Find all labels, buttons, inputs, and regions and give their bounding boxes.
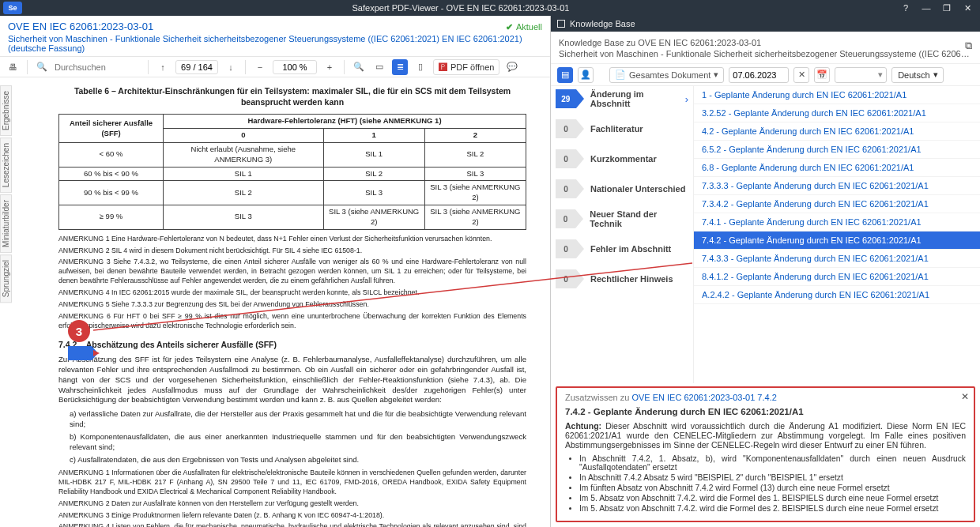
kb-list-item[interactable]: A.2.4.2 - Geplante Änderung durch EN IEC… — [694, 286, 980, 304]
kb-category[interactable]: 0Rechtlicher Hinweis — [556, 269, 688, 288]
kb-category-count: 29 — [556, 89, 576, 108]
kb-category-count: 0 — [556, 179, 576, 198]
li-a: a) verlässliche Daten zur Ausfallrate, d… — [70, 409, 526, 430]
zoom-in-icon[interactable]: + — [322, 59, 337, 75]
kb-detail-header: Zusatzwissen zu OVE EN IEC 62061:2023-03… — [565, 393, 966, 402]
kb-list-item[interactable]: 7.4.1 - Geplante Änderung durch EN IEC 6… — [694, 213, 980, 232]
open-pdf-button[interactable]: 🅿 PDF öffnen — [433, 59, 499, 75]
pdf-content: Tabelle 6 – Architektur-Einschränkungen … — [0, 77, 550, 527]
kb-result-list: 1 - Geplante Änderung durch EN IEC 62061… — [693, 86, 980, 383]
chevron-down-icon: ▾ — [714, 70, 718, 80]
kb-filter-dropdown[interactable]: ▾ — [835, 67, 887, 83]
kb-detail-achtung: Achtung: Dieser Abschnitt wird voraussic… — [565, 421, 966, 450]
continuous-icon[interactable]: ≣ — [392, 59, 408, 75]
zoom-field[interactable] — [273, 60, 317, 74]
kb-list-item[interactable]: 4.2 - Geplante Änderung durch EN IEC 620… — [694, 122, 980, 141]
external-link-icon[interactable]: ⧉ — [965, 40, 972, 52]
pdf-pane: OVE EN IEC 62061:2023-03-01 Sicherheit v… — [0, 16, 551, 527]
kb-line2: Sicherheit von Maschinen - Funktionale S… — [559, 49, 972, 58]
kb-list-item[interactable]: 7.4.2 - Geplante Änderung durch EN IEC 6… — [694, 232, 980, 250]
kb-scope-dropdown[interactable]: 📄 Gesamtes Dokument ▾ — [609, 67, 724, 83]
table-cell: SIL 3 — [424, 167, 526, 181]
kb-list-item[interactable]: 3.2.52 - Geplante Änderung durch EN IEC … — [694, 104, 980, 122]
pdf-toolbar: 🖶 🔍 ↑ ↓ − + 🔍 ▭ ≣ ▯ 🅿 PDF öffnen 💬 — [0, 57, 550, 77]
kb-category[interactable]: 0Nationaler Unterschied — [556, 179, 688, 198]
app-logo: Se — [3, 2, 22, 14]
restore-button[interactable]: ❐ — [940, 3, 953, 13]
kb-list-item[interactable]: 6.5.2 - Geplante Änderung durch EN IEC 6… — [694, 141, 980, 159]
kb-lang-label: Deutsch — [898, 70, 929, 80]
table-cell: SIL 3 — [323, 181, 424, 205]
table-cell: SIL 2 — [424, 142, 526, 167]
kb-list-item[interactable]: 7.4.3.3 - Geplante Änderung durch EN IEC… — [694, 250, 980, 268]
kb-category-label: Nationaler Unterschied — [590, 184, 685, 194]
kb-category[interactable]: 0Fachliteratur — [556, 119, 688, 138]
kb-list-item[interactable]: 6.8 - Geplante Änderung durch EN IEC 620… — [694, 159, 980, 177]
page-down-icon[interactable]: ↓ — [223, 59, 239, 75]
search-icon[interactable]: 🔍 — [34, 59, 50, 75]
kb-detail-close-icon[interactable]: ✕ — [961, 391, 969, 402]
kb-bullet: Im fünften Absatz von Abschnitt 7.4.2 wi… — [579, 484, 966, 492]
kb-view-user-icon[interactable]: 👤 — [578, 67, 594, 83]
kb-category[interactable]: 0Neuer Stand der Technik — [556, 209, 688, 228]
th-0: 0 — [164, 129, 324, 143]
pdf-icon: 🅿 — [439, 62, 447, 72]
open-pdf-label: PDF öffnen — [450, 62, 494, 72]
kb-date-clear-icon[interactable]: ✕ — [793, 67, 809, 83]
kb-bullet: In Abschnitt 7.4.2 Absatz 5 wird "BEISPI… — [579, 473, 966, 482]
kb-category-count: 0 — [556, 269, 576, 288]
page-up-icon[interactable]: ↑ — [155, 59, 171, 75]
th-hft: Hardware-Fehlertoleranz (HFT) (siehe ANM… — [164, 115, 526, 129]
kb-list-item[interactable]: 7.3.4.2 - Geplante Änderung durch EN IEC… — [694, 195, 980, 213]
titlebar: Se Safexpert PDF-Viewer - OVE EN IEC 620… — [0, 0, 980, 16]
kb-header-title: Knowledge Base — [570, 19, 635, 28]
kb-detail-title: 7.4.2 - Geplante Änderung durch EN IEC 6… — [565, 407, 966, 416]
table-note: ANMERKUNG 3 Siehe 7.4.3.2, wo Teilsystem… — [58, 258, 526, 286]
single-page-icon[interactable]: ▯ — [413, 59, 428, 75]
kb-category[interactable]: 0Kurzkommentar — [556, 149, 688, 168]
table-cell: SIL 3 (siehe ANMERKUNG 2) — [424, 205, 526, 230]
minimize-button[interactable]: — — [920, 3, 933, 13]
kb-calendar-icon[interactable]: 📅 — [814, 67, 830, 83]
kb-language-dropdown[interactable]: Deutsch ▾ — [891, 67, 944, 83]
status-aktuell: Aktuell — [506, 22, 542, 32]
comment-icon[interactable]: 💬 — [504, 59, 520, 75]
search-input[interactable] — [55, 62, 141, 72]
kb-view-cards-icon[interactable]: ▤ — [557, 67, 573, 83]
table-cell: ≥ 99 % — [59, 205, 164, 230]
sec-note-2: ANMERKUNG 2 Daten zur Ausfallrate können… — [58, 499, 526, 509]
callout-3: 3 — [68, 320, 90, 342]
kb-category[interactable]: 29Änderung im Abschnitt› — [556, 89, 688, 108]
th-2: 2 — [424, 129, 526, 143]
kb-header: Knowledge Base — [551, 16, 980, 32]
th-sff: Anteil sicherer Ausfälle (SFF) — [59, 115, 164, 143]
close-button[interactable]: ✕ — [961, 3, 974, 13]
section-list: a) verlässliche Daten zur Ausfallrate, d… — [70, 409, 526, 465]
kb-category-count: 0 — [556, 239, 576, 258]
section-bookmark[interactable] — [68, 346, 92, 360]
print-icon[interactable]: 🖶 — [5, 59, 21, 75]
kb-category[interactable]: 0Fehler im Abschnitt — [556, 239, 688, 258]
zoom-out-icon[interactable]: − — [252, 59, 268, 75]
help-button[interactable]: ? — [899, 3, 912, 13]
kb-category-label: Rechtlicher Hinweis — [590, 274, 673, 284]
kb-list-item[interactable]: 1 - Geplante Änderung durch EN IEC 62061… — [694, 86, 980, 104]
kb-detail-link[interactable]: OVE EN IEC 62061:2023-03-01 7.4.2 — [631, 393, 776, 402]
zoom-fit-icon[interactable]: 🔍 — [351, 59, 367, 75]
table-note: ANMERKUNG 5 Siehe 7.3.3.3 zur Begrenzung… — [58, 300, 526, 310]
kb-category-count: 0 — [556, 149, 576, 168]
kb-list-item[interactable]: 7.3.3.3 - Geplante Änderung durch EN IEC… — [694, 177, 980, 195]
li-c: c) Ausfallratendaten, die aus den Ergebn… — [70, 455, 526, 465]
kb-bullet: In Abschnitt 7.4.2, 1. Absatz, b), wird … — [579, 454, 966, 472]
kb-pane: Knowledge Base Knowledge Base zu OVE EN … — [551, 16, 980, 527]
kb-list-item[interactable]: 8.4.1.2 - Geplante Änderung durch EN IEC… — [694, 268, 980, 286]
kb-header-icon — [557, 20, 565, 28]
kb-line1: Knowledge Base zu OVE EN IEC 62061:2023-… — [559, 38, 972, 47]
page-field[interactable] — [175, 60, 218, 74]
sec-note-1: ANMERKUNG 1 Informationen über die Ausfa… — [58, 469, 526, 497]
kb-category-label: Fachliteratur — [590, 124, 643, 134]
doc-title: OVE EN IEC 62061:2023-03-01 — [8, 21, 542, 32]
kb-category-label: Neuer Stand der Technik — [590, 209, 688, 228]
kb-date-input[interactable] — [729, 67, 789, 83]
fit-width-icon[interactable]: ▭ — [371, 59, 387, 75]
